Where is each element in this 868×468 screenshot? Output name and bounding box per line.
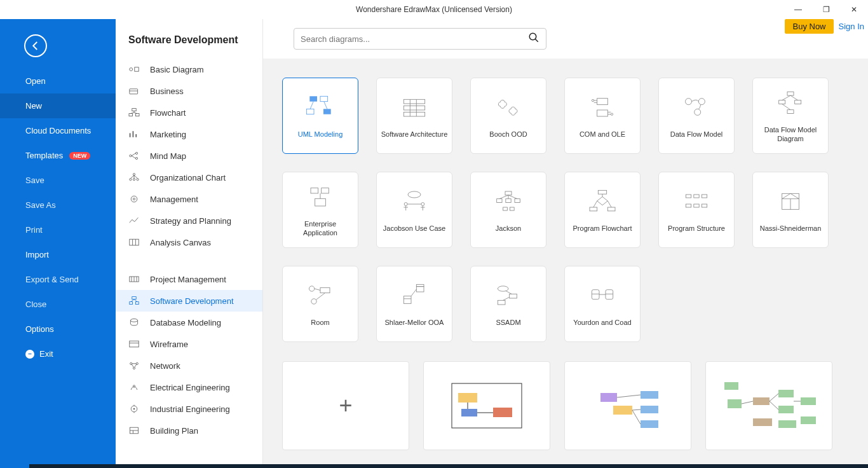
- template-card-jacobson-use-case[interactable]: Jacobson Use Case: [376, 172, 452, 248]
- template-card-uml-modeling[interactable]: UML Modeling: [282, 78, 358, 154]
- category-label: Wireframe: [150, 340, 188, 349]
- category-industrial-engineering[interactable]: Industrial Engineering: [116, 398, 262, 420]
- svg-rect-60: [306, 109, 314, 114]
- search-icon[interactable]: [528, 32, 539, 46]
- template-label: Shlaer-Mellor OOA: [381, 318, 448, 327]
- category-analysis-canvas[interactable]: Analysis Canvas: [116, 231, 262, 253]
- category-label: Network: [150, 361, 180, 371]
- category-marketing[interactable]: Marketing: [116, 123, 262, 145]
- template-card-data-flow-model-diagram[interactable]: Data Flow Model Diagram: [752, 78, 829, 154]
- new-blank-template[interactable]: +: [282, 361, 409, 450]
- nav-print[interactable]: Print: [0, 217, 116, 242]
- template-card-com-and-ole[interactable]: COM and OLE: [564, 78, 641, 154]
- example-thumbnail-3[interactable]: [705, 361, 832, 450]
- titlebar: Wondershare EdrawMax (Unlicensed Version…: [0, 0, 868, 19]
- nav-close[interactable]: Close: [0, 292, 116, 317]
- category-basic-diagram[interactable]: Basic Diagram: [116, 59, 262, 80]
- template-thumb-icon: [587, 187, 618, 216]
- nav-import[interactable]: Import: [0, 242, 116, 267]
- category-strategy-and-planning[interactable]: Strategy and Planning: [116, 210, 262, 231]
- category-icon: [127, 215, 141, 226]
- category-building-plan[interactable]: Building Plan: [116, 420, 262, 441]
- category-project-management[interactable]: Project Management: [116, 268, 262, 290]
- category-software-development[interactable]: Software Development: [116, 290, 262, 312]
- nav-options[interactable]: Options: [0, 317, 116, 341]
- close-button[interactable]: ✕: [840, 0, 868, 19]
- nav-templates[interactable]: Templates NEW: [0, 143, 116, 168]
- category-network[interactable]: Network: [116, 355, 262, 376]
- search-box[interactable]: [294, 28, 546, 50]
- category-label: Business: [150, 86, 184, 96]
- category-electrical-engineering[interactable]: Electrical Engineering: [116, 376, 262, 398]
- category-label: Industrial Engineering: [150, 404, 230, 414]
- category-label: Database Modeling: [150, 318, 221, 327]
- category-database-modeling[interactable]: Database Modeling: [116, 312, 262, 333]
- category-management[interactable]: Management: [116, 188, 262, 210]
- template-card-nassi-shneiderman[interactable]: Nassi-Shneiderman: [752, 172, 829, 248]
- template-label: Data Flow Model: [667, 130, 727, 139]
- template-card-booch-ood[interactable]: Booch OOD: [470, 78, 546, 154]
- nav-open[interactable]: Open: [0, 69, 116, 93]
- template-card-ssadm[interactable]: SSADM: [470, 266, 546, 342]
- svg-rect-89: [315, 198, 326, 206]
- svg-point-14: [135, 152, 137, 154]
- template-card-room[interactable]: Room: [282, 266, 358, 342]
- template-card-software-architecture[interactable]: Software Architecture: [376, 78, 452, 154]
- back-arrow-icon: [30, 40, 41, 52]
- template-card-data-flow-model[interactable]: Data Flow Model: [658, 78, 735, 154]
- template-thumb-icon: [492, 281, 524, 310]
- template-card-program-flowchart[interactable]: Program Flowchart: [564, 172, 641, 248]
- category-organizational-chart[interactable]: Organizational Chart: [116, 167, 262, 188]
- svg-point-50: [133, 408, 135, 410]
- category-flowchart[interactable]: Flowchart: [116, 102, 262, 123]
- svg-rect-162: [753, 397, 770, 405]
- nav-save-as[interactable]: Save As: [0, 193, 116, 217]
- category-label: Flowchart: [150, 108, 186, 118]
- template-card-jackson[interactable]: Jackson: [470, 172, 546, 248]
- nav-export-send[interactable]: Export & Send: [0, 267, 116, 292]
- category-label: Analysis Canvas: [150, 238, 211, 247]
- svg-rect-5: [129, 114, 133, 116]
- category-list[interactable]: Basic DiagramBusinessFlowchartMarketingM…: [116, 59, 262, 468]
- nav-exit[interactable]: – Exit: [0, 341, 116, 366]
- nav-cloud-documents[interactable]: Cloud Documents: [0, 118, 116, 143]
- template-card-enterprise-application[interactable]: Enterprise Application: [282, 172, 358, 248]
- example-thumbnail-2[interactable]: [564, 361, 691, 450]
- svg-rect-87: [311, 188, 318, 193]
- svg-rect-73: [597, 110, 608, 116]
- category-label: Marketing: [150, 130, 186, 139]
- category-mind-map[interactable]: Mind Map: [116, 145, 262, 167]
- template-card-program-structure[interactable]: Program Structure: [658, 172, 735, 248]
- svg-rect-104: [510, 207, 514, 210]
- category-icon: [127, 150, 141, 162]
- svg-line-45: [132, 364, 133, 368]
- search-input[interactable]: [301, 34, 528, 44]
- svg-line-17: [132, 156, 135, 158]
- back-button[interactable]: [24, 34, 47, 57]
- svg-point-128: [311, 299, 316, 304]
- category-label: Building Plan: [150, 426, 198, 436]
- svg-line-124: [790, 193, 799, 198]
- example-thumbnails-row: +: [263, 355, 868, 450]
- template-label: Nassi-Shneiderman: [756, 224, 825, 233]
- maximize-button[interactable]: ❐: [812, 0, 840, 19]
- category-icon: [127, 237, 141, 248]
- template-label: Program Flowchart: [569, 224, 636, 233]
- category-business[interactable]: Business: [116, 80, 262, 102]
- svg-line-114: [607, 201, 611, 207]
- template-card-yourdon-and-coad[interactable]: Yourdon and Coad: [564, 266, 641, 342]
- nav-save[interactable]: Save: [0, 168, 116, 193]
- template-card-shlaer-mellor-ooa[interactable]: Shlaer-Mellor OOA: [376, 266, 452, 342]
- svg-line-22: [130, 176, 134, 179]
- buy-now-button[interactable]: Buy Now: [785, 19, 833, 34]
- template-label: Booch OOD: [485, 130, 531, 139]
- svg-line-129: [315, 289, 320, 290]
- sign-in-link[interactable]: Sign In: [839, 22, 864, 31]
- minimize-button[interactable]: —: [784, 0, 812, 19]
- template-thumb-icon: [492, 93, 524, 122]
- svg-line-38: [134, 299, 137, 302]
- example-thumbnail-1[interactable]: [423, 361, 550, 450]
- category-wireframe[interactable]: Wireframe: [116, 333, 262, 355]
- nav-new[interactable]: New: [0, 93, 116, 118]
- svg-line-85: [790, 95, 798, 100]
